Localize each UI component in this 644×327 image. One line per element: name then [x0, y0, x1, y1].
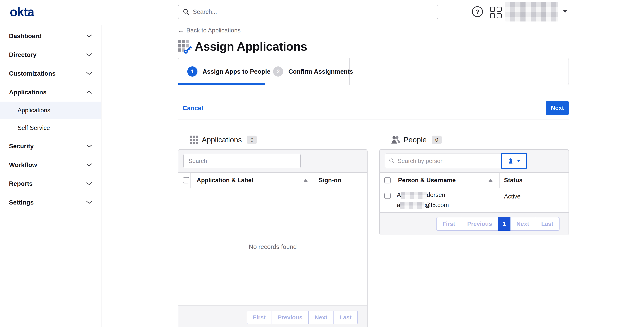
chevron-down-icon — [86, 201, 92, 204]
chevron-down-icon — [86, 72, 92, 75]
people-icon — [391, 136, 400, 144]
applications-count-badge: 0 — [247, 136, 257, 144]
main-content: ← Back to Applications Assign Applicatio… — [102, 25, 644, 327]
person-name: Adersen — [397, 190, 449, 200]
applications-panel: Application & Label Sign-on No records f… — [178, 149, 368, 327]
step-assign-apps-to-people[interactable]: 1 Assign Apps to People — [178, 58, 265, 85]
person-row[interactable]: Adersen a@f5.com Active — [380, 188, 568, 212]
sidebar-item-customizations[interactable]: Customizations — [0, 64, 101, 83]
back-to-applications-link[interactable]: ← Back to Applications — [178, 27, 240, 34]
person-username: a@f5.com — [397, 200, 449, 210]
sidebar-item-reports[interactable]: Reports — [0, 174, 101, 193]
help-icon[interactable]: ? — [472, 6, 483, 17]
column-sign-on: Sign-on — [319, 177, 341, 184]
applications-table-header: Application & Label Sign-on — [178, 173, 367, 188]
sidebar-item-security[interactable]: Security — [0, 137, 101, 155]
sidebar-item-dashboard[interactable]: Dashboard — [0, 26, 101, 45]
search-icon — [389, 158, 395, 164]
people-section: People 0 — [379, 134, 569, 327]
people-table-header: Person & Username Status — [380, 173, 568, 188]
sidebar: Dashboard Directory Customizations Appli… — [0, 25, 102, 327]
person-icon — [508, 158, 514, 164]
pagination-first-button[interactable]: First — [436, 217, 462, 231]
applications-pagination: First Previous Next Last — [247, 311, 358, 324]
column-application-label: Application & Label — [197, 177, 253, 184]
assign-applications-icon — [178, 40, 190, 52]
global-search[interactable] — [178, 5, 438, 19]
dropdown-caret-icon — [517, 160, 520, 162]
chevron-down-icon — [86, 53, 92, 56]
next-button[interactable]: Next — [546, 101, 569, 115]
select-all-checkbox[interactable] — [384, 177, 390, 183]
sidebar-item-directory[interactable]: Directory — [0, 45, 101, 64]
pagination-previous-button[interactable]: Previous — [272, 311, 309, 324]
pagination-last-button[interactable]: Last — [535, 217, 560, 231]
pagination-previous-button[interactable]: Previous — [461, 217, 498, 231]
pagination-page-1-button[interactable]: 1 — [498, 217, 511, 231]
sidebar-subitem-applications[interactable]: Applications — [0, 102, 101, 119]
redacted-username — [400, 202, 424, 209]
column-person-username: Person & Username — [398, 177, 456, 184]
sidebar-subitem-self-service[interactable]: Self Service — [0, 119, 101, 137]
chevron-down-icon — [86, 163, 92, 166]
global-search-input[interactable] — [193, 8, 434, 15]
chevron-down-icon — [86, 145, 92, 148]
search-icon — [182, 8, 190, 15]
people-section-title: People — [404, 136, 426, 144]
page-title: Assign Applications — [195, 39, 307, 53]
applications-section-title: Applications — [202, 136, 242, 144]
person-row-checkbox[interactable] — [384, 193, 390, 199]
top-bar: okta ? — [0, 0, 644, 24]
people-search-input[interactable] — [398, 158, 498, 164]
redacted-name — [401, 192, 427, 199]
people-pagination: First Previous 1 Next Last — [436, 217, 560, 231]
applications-search-input[interactable] — [184, 154, 301, 168]
app-switcher-icon[interactable] — [490, 7, 502, 18]
person-name-and-username: Adersen a@f5.com — [397, 190, 449, 210]
people-search[interactable] — [385, 154, 502, 168]
pagination-next-button[interactable]: Next — [308, 311, 334, 324]
chevron-up-icon — [86, 91, 92, 94]
pagination-first-button[interactable]: First — [247, 311, 272, 324]
applications-empty-state: No records found — [178, 188, 367, 305]
people-filter-dropdown[interactable] — [501, 153, 527, 169]
step-confirm-assignments[interactable]: 2 Confirm Assignments — [265, 58, 350, 85]
user-menu-caret-icon[interactable] — [563, 10, 567, 13]
sort-asc-icon[interactable] — [488, 179, 493, 182]
pagination-last-button[interactable]: Last — [333, 311, 358, 324]
back-arrow-icon: ← — [178, 27, 184, 34]
cancel-link[interactable]: Cancel — [182, 104, 203, 112]
sidebar-item-settings[interactable]: Settings — [0, 193, 101, 212]
key-icon — [184, 46, 192, 54]
user-account-redacted[interactable] — [505, 2, 558, 21]
pagination-next-button[interactable]: Next — [510, 217, 535, 231]
divider — [178, 120, 569, 120]
sidebar-item-workflow[interactable]: Workflow — [0, 155, 101, 174]
chevron-down-icon — [86, 34, 92, 37]
okta-logo[interactable]: okta — [10, 5, 34, 19]
step-number-badge: 2 — [273, 66, 283, 77]
sort-asc-icon[interactable] — [304, 179, 308, 182]
people-count-badge: 0 — [432, 136, 442, 144]
step-number-badge: 1 — [187, 66, 198, 77]
wizard-steps: 1 Assign Apps to People 2 Confirm Assign… — [178, 58, 569, 85]
chevron-down-icon — [86, 182, 92, 185]
applications-section: Applications 0 Application & Label Sign-… — [178, 134, 368, 327]
applications-grid-icon — [190, 136, 198, 144]
column-status: Status — [504, 177, 522, 184]
people-panel: Person & Username Status Adersen a@f5.co… — [379, 149, 569, 235]
select-all-checkbox[interactable] — [183, 177, 189, 183]
person-status: Active — [504, 193, 520, 200]
sidebar-item-applications[interactable]: Applications — [0, 83, 101, 102]
